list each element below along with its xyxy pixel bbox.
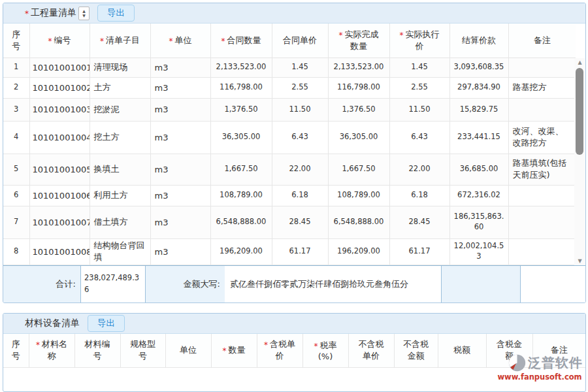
table-cell: 3,093,608.35 bbox=[449, 57, 508, 77]
table-cell: 1,376.50 bbox=[210, 98, 272, 121]
table-cell: 10101001003 bbox=[29, 98, 90, 121]
totals-row: 合计: 238,027,489.36 金额大写: 贰亿叁仟捌佰零贰万柒仟肆佰捌拾… bbox=[3, 265, 585, 302]
table-cell: 6.18 bbox=[389, 185, 449, 206]
table-cell: 结构物台背回填 bbox=[90, 238, 150, 265]
column-header: 序号 bbox=[3, 24, 29, 57]
table-cell: 12,002,104.53 bbox=[449, 238, 508, 265]
table-cell: 116,798.00 bbox=[210, 77, 272, 98]
table-cell: 22.00 bbox=[272, 154, 328, 185]
column-label: 清单子目 bbox=[106, 35, 140, 45]
required-asterisk: * bbox=[339, 31, 343, 40]
table-cell: 36,305.00 bbox=[328, 121, 389, 154]
required-asterisk: * bbox=[400, 31, 404, 40]
column-header: 备注 bbox=[508, 24, 576, 57]
column-label: 材料编号 bbox=[85, 339, 110, 361]
required-asterisk: * bbox=[264, 340, 268, 350]
column-header: 材料编号 bbox=[74, 334, 120, 368]
column-label: 不含税金额 bbox=[403, 339, 429, 361]
materials-titlebar: 材料设备清单 导出 bbox=[3, 314, 585, 334]
table-cell: 6,548,888.00 bbox=[328, 206, 389, 238]
table-row[interactable]: 510101001005换填土m31,667.5022.001,667.5022… bbox=[3, 154, 576, 185]
column-label: 材料名称 bbox=[42, 339, 67, 361]
fanpu-logo-icon bbox=[508, 354, 526, 372]
table-cell: 2,133,523.00 bbox=[328, 57, 389, 77]
table-cell: 土方 bbox=[90, 77, 150, 98]
table-cell: m3 bbox=[150, 57, 210, 77]
column-header: 不含税金额 bbox=[394, 334, 438, 368]
table-cell bbox=[508, 238, 576, 265]
table-cell: m3 bbox=[150, 77, 210, 98]
column-label: 编号 bbox=[54, 35, 71, 45]
watermark-brand: 泛普软件 bbox=[528, 354, 583, 372]
column-label: 税率 (%) bbox=[318, 340, 337, 361]
column-header: *实际执行价 bbox=[389, 24, 449, 57]
vertical-scrollbar[interactable]: ▲ ▼ bbox=[574, 58, 585, 265]
table-cell: m3 bbox=[150, 154, 210, 185]
table-cell: 7 bbox=[3, 206, 29, 238]
column-label: 单位 bbox=[175, 35, 192, 45]
table-cell: 1,667.50 bbox=[210, 154, 272, 185]
table-cell: 36,305.00 bbox=[210, 121, 272, 154]
table-cell: 10101001007 bbox=[29, 206, 90, 238]
table-cell: 挖土方 bbox=[90, 121, 150, 154]
table-row[interactable]: 110101001001清理现场m32,133,523.001.452,133,… bbox=[3, 57, 576, 77]
table-cell: 11.50 bbox=[272, 98, 328, 121]
column-header: 合同单价 bbox=[272, 24, 328, 57]
table-cell: 108,789.00 bbox=[210, 185, 272, 206]
scroll-up-icon[interactable]: ▲ bbox=[574, 58, 585, 67]
column-label: 数量 bbox=[229, 345, 246, 355]
column-label: 序号 bbox=[12, 339, 20, 361]
table-cell: 利用土方 bbox=[90, 185, 150, 206]
table-cell bbox=[508, 57, 576, 77]
scroll-down-icon[interactable]: ▼ bbox=[574, 257, 585, 265]
export-button[interactable]: 导出 bbox=[88, 315, 125, 332]
table-cell: 换填土 bbox=[90, 154, 150, 185]
table-cell bbox=[508, 98, 576, 121]
scrollbar-thumb[interactable] bbox=[576, 68, 583, 155]
column-label: 实际完成数量 bbox=[345, 29, 379, 51]
column-header: *编号 bbox=[29, 24, 90, 57]
column-header: *合同数量 bbox=[210, 24, 272, 57]
table-cell: m3 bbox=[150, 121, 210, 154]
amount-words-label: 金额大写: bbox=[146, 266, 225, 302]
column-header: *实际完成数量 bbox=[328, 24, 389, 57]
column-label: 备注 bbox=[534, 35, 551, 45]
total-value-field[interactable]: 238,027,489.36 bbox=[80, 266, 146, 302]
table-cell: 6.43 bbox=[272, 121, 328, 154]
table-cell: 1,667.50 bbox=[328, 154, 389, 185]
column-header: *税率 (%) bbox=[302, 334, 348, 368]
table-cell: 3 bbox=[3, 98, 29, 121]
table-cell: 297,834.90 bbox=[449, 77, 508, 98]
spinner-control[interactable]: ▲ ▼ bbox=[78, 7, 90, 20]
table-cell: 116,798.00 bbox=[328, 77, 389, 98]
required-asterisk: * bbox=[25, 9, 29, 18]
table-cell: 2.55 bbox=[272, 77, 328, 98]
table-cell: 6.43 bbox=[389, 121, 449, 154]
table-row[interactable]: 810101001008结构物台背回填m3196,209.0061.17196,… bbox=[3, 238, 576, 265]
page: * 工程量清单 ▲ ▼ 导出 序号*编号*清单子目*单位*合同数量合同单价*实际… bbox=[0, 0, 588, 392]
table-cell: 10101001004 bbox=[29, 121, 90, 154]
table-row[interactable]: 310101001003挖淤泥m31,376.5011.501,376.5011… bbox=[3, 98, 576, 121]
table-cell: 2.55 bbox=[389, 77, 449, 98]
table-cell: 186,315,863.60 bbox=[449, 206, 508, 238]
column-header: 单位 bbox=[165, 334, 211, 368]
table-row[interactable]: 710101001007借土填方m36,548,888.0028.456,548… bbox=[3, 206, 576, 238]
table-cell: 15,829.75 bbox=[449, 98, 508, 121]
table-cell: 1.45 bbox=[389, 57, 449, 77]
table-cell: 挖淤泥 bbox=[90, 98, 150, 121]
table-row[interactable]: 610101001006利用土方m3108,789.006.18108,789.… bbox=[3, 185, 576, 206]
table-cell bbox=[508, 185, 576, 206]
boq-panel: * 工程量清单 ▲ ▼ 导出 序号*编号*清单子目*单位*合同数量合同单价*实际… bbox=[3, 3, 586, 303]
table-row[interactable]: 210101001002土方m3116,798.002.55116,798.00… bbox=[3, 77, 576, 98]
spinner-up-icon[interactable]: ▲ bbox=[82, 8, 86, 13]
watermark-url: www.fanpusoft.com bbox=[497, 372, 583, 382]
spinner-down-icon[interactable]: ▼ bbox=[82, 13, 86, 18]
column-label: 税额 bbox=[453, 345, 470, 355]
amount-words-field[interactable]: 贰亿叁仟捌佰零贰万柒仟肆佰捌拾玖元叁角伍分 bbox=[225, 266, 442, 302]
table-cell: 10101001008 bbox=[29, 238, 90, 265]
boq-panel-title: 工程量清单 bbox=[31, 7, 76, 19]
boq-titlebar: * 工程量清单 ▲ ▼ 导出 bbox=[3, 3, 585, 24]
export-button[interactable]: 导出 bbox=[97, 5, 135, 22]
table-row[interactable]: 410101001004挖土方m336,305.006.4336,305.006… bbox=[3, 121, 576, 154]
table-cell: 1,376.50 bbox=[328, 98, 389, 121]
